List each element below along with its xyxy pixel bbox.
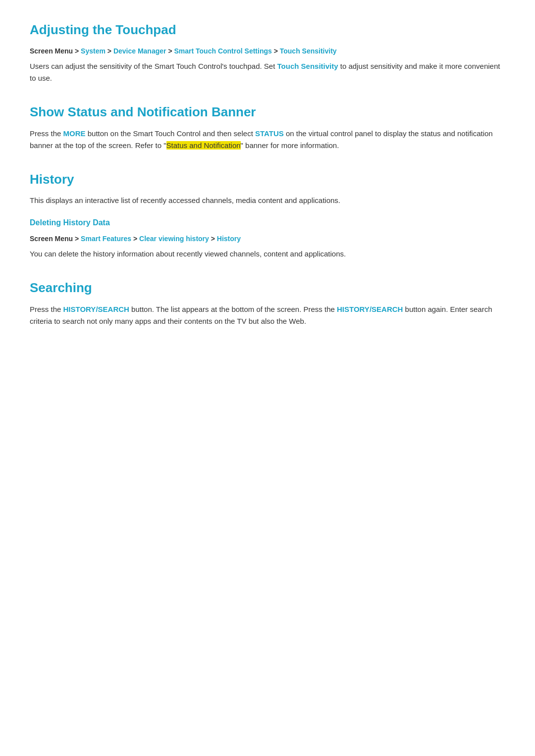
section-searching: Searching Press the HISTORY/SEARCH butto… <box>30 278 505 327</box>
breadcrumb-sep-5: > <box>75 235 81 243</box>
breadcrumb-sep-1: > <box>75 47 81 55</box>
deleting-history-description: You can delete the history information a… <box>30 248 505 260</box>
status-ref: STATUS <box>255 129 284 138</box>
breadcrumb-sep-7: > <box>211 235 217 243</box>
touch-sensitivity-link[interactable]: Touch Sensitivity <box>277 62 338 70</box>
section-title-show-status: Show Status and Notification Banner <box>30 102 505 123</box>
breadcrumb-screen-menu: Screen Menu <box>30 47 73 55</box>
history-search-ref-1: HISTORY/SEARCH <box>63 305 129 313</box>
touchpad-description: Users can adjust the sensitivity of the … <box>30 60 505 84</box>
breadcrumb-device-manager[interactable]: Device Manager <box>113 47 166 55</box>
history-search-ref-2: HISTORY/SEARCH <box>337 305 403 313</box>
section-title-history: History <box>30 169 505 190</box>
section-title-adjusting-touchpad: Adjusting the Touchpad <box>30 20 505 41</box>
subsection-title-deleting-history: Deleting History Data <box>30 216 505 229</box>
section-history: History This displays an interactive lis… <box>30 169 505 260</box>
breadcrumb-system[interactable]: System <box>81 47 106 55</box>
breadcrumb-touchpad: Screen Menu > System > Device Manager > … <box>30 46 505 56</box>
breadcrumb-clear-viewing-history[interactable]: Clear viewing history <box>139 235 209 243</box>
breadcrumb-sep-2: > <box>107 47 113 55</box>
section-title-searching: Searching <box>30 278 505 299</box>
breadcrumb-history[interactable]: History <box>217 235 241 243</box>
breadcrumb-deleting-history: Screen Menu > Smart Features > Clear vie… <box>30 233 505 244</box>
breadcrumb-screen-menu-2: Screen Menu <box>30 235 73 243</box>
breadcrumb-smart-touch-control-settings[interactable]: Smart Touch Control Settings <box>174 47 271 55</box>
status-notification-ref[interactable]: Status and Notification <box>166 141 241 150</box>
history-description: This displays an interactive list of rec… <box>30 195 505 206</box>
breadcrumb-smart-features[interactable]: Smart Features <box>81 235 131 243</box>
breadcrumb-touch-sensitivity[interactable]: Touch Sensitivity <box>280 47 337 55</box>
breadcrumb-sep-3: > <box>168 47 174 55</box>
searching-description: Press the HISTORY/SEARCH button. The lis… <box>30 303 505 327</box>
breadcrumb-sep-6: > <box>133 235 139 243</box>
show-status-description: Press the MORE button on the Smart Touch… <box>30 128 505 151</box>
section-adjusting-touchpad: Adjusting the Touchpad Screen Menu > Sys… <box>30 20 505 84</box>
section-show-status: Show Status and Notification Banner Pres… <box>30 102 505 151</box>
more-button-ref: MORE <box>63 129 86 138</box>
breadcrumb-sep-4: > <box>274 47 280 55</box>
subsection-deleting-history: Deleting History Data Screen Menu > Smar… <box>30 216 505 260</box>
